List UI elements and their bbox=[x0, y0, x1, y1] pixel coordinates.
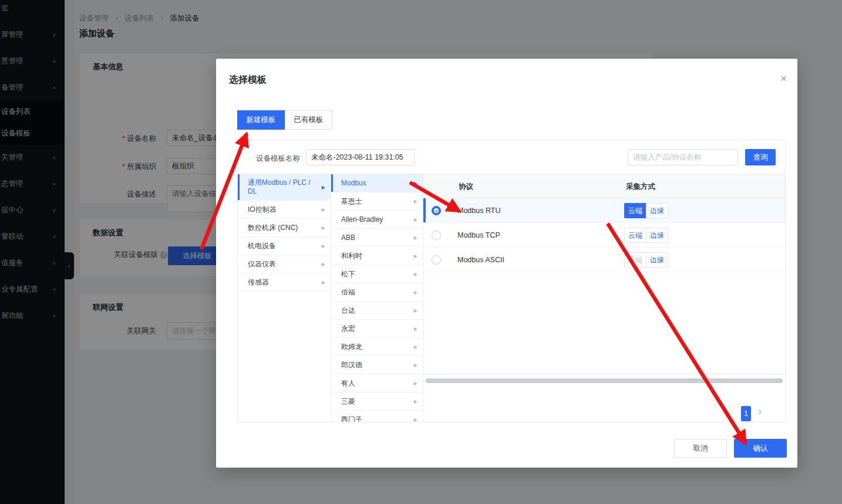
chevron-right-icon bbox=[414, 415, 417, 422]
chevron-right-icon bbox=[322, 278, 325, 287]
chevron-right-icon bbox=[414, 178, 417, 188]
chevron-right-icon bbox=[414, 378, 417, 388]
select-template-modal: 选择模板 × 新建模板 已有模板 设备模板名称 查询 通用Modbus / PL… bbox=[216, 59, 797, 468]
chevron-right-icon bbox=[322, 182, 325, 192]
radio-button[interactable] bbox=[432, 231, 441, 240]
tab-new-template[interactable]: 新建模板 bbox=[237, 110, 285, 130]
protocol-row[interactable]: Modbus RTU 云端 边缘 bbox=[423, 198, 785, 223]
confirm-button[interactable]: 确认 bbox=[734, 439, 787, 458]
brand-label: 欧姆龙 bbox=[341, 343, 362, 351]
protocol-row[interactable]: Modbus ASCII 云端 边缘 bbox=[423, 248, 785, 272]
collect-method-buttons: 云端 边缘 bbox=[624, 228, 668, 243]
brand-item[interactable]: 永宏 bbox=[331, 320, 423, 338]
brand-item[interactable]: ABB bbox=[331, 229, 423, 247]
brand-item[interactable]: 三菱 bbox=[331, 393, 423, 411]
brand-label: 台达 bbox=[341, 306, 355, 315]
protocol-rows: Modbus RTU 云端 边缘 Modbus TCP bbox=[423, 198, 785, 272]
category-item[interactable]: 机电设备 bbox=[238, 237, 331, 255]
horizontal-scrollbar[interactable] bbox=[426, 378, 783, 383]
brand-item[interactable]: 台达 bbox=[331, 302, 423, 320]
screen: 览 屏管理 ∨ 景管理 ∨ 备管理 ∧ bbox=[0, 0, 842, 504]
chevron-right-icon bbox=[414, 397, 417, 406]
pagination-page-1[interactable]: 1 bbox=[741, 406, 751, 421]
brand-item[interactable]: 有人 bbox=[331, 374, 423, 393]
brand-item[interactable]: 西门子 bbox=[331, 411, 423, 422]
protocol-name: Modbus RTU bbox=[457, 207, 500, 215]
cloud-button[interactable]: 云端 bbox=[624, 203, 646, 218]
brand-label: 松下 bbox=[341, 270, 355, 279]
brand-label: Allen-Bradley bbox=[341, 215, 383, 224]
tab-existing-template[interactable]: 已有模板 bbox=[285, 110, 332, 130]
category-label: 机电设备 bbox=[248, 242, 276, 251]
brand-label: 郎汉德 bbox=[341, 361, 362, 370]
close-icon[interactable]: × bbox=[780, 73, 787, 84]
chevron-right-icon bbox=[414, 306, 417, 315]
table-bottom-border bbox=[423, 374, 785, 374]
category-item[interactable]: 通用Modbus / PLC / DL bbox=[238, 174, 331, 201]
template-name-row: 设备模板名称 查询 bbox=[238, 140, 785, 174]
brand-item[interactable]: Allen-Bradley bbox=[331, 211, 423, 229]
cloud-button[interactable]: 云端 bbox=[624, 252, 646, 268]
brand-item[interactable]: 郎汉德 bbox=[331, 356, 423, 374]
cancel-button[interactable]: 取消 bbox=[674, 439, 727, 458]
brand-label: 三菱 bbox=[341, 397, 355, 406]
chevron-right-icon bbox=[322, 241, 325, 251]
chevron-right-icon bbox=[322, 259, 325, 269]
protocol-row[interactable]: Modbus TCP 云端 边缘 bbox=[423, 223, 785, 248]
chevron-right-icon bbox=[322, 205, 325, 214]
category-label: 数控机床 (CNC) bbox=[248, 224, 298, 232]
category-item[interactable]: 仪器仪表 bbox=[238, 255, 331, 273]
chevron-right-icon bbox=[414, 197, 417, 206]
protocol-column-header: 协议 bbox=[459, 182, 473, 192]
cloud-button[interactable]: 云端 bbox=[624, 228, 646, 243]
chevron-right-icon bbox=[414, 251, 417, 261]
category-item[interactable]: IO控制器 bbox=[238, 201, 331, 219]
brand-item[interactable]: 欧姆龙 bbox=[331, 338, 423, 356]
brand-item[interactable]: 倍福 bbox=[331, 283, 423, 302]
brand-label: Modbus bbox=[341, 179, 366, 188]
edge-button[interactable]: 边缘 bbox=[646, 252, 668, 268]
protocol-name: Modbus ASCII bbox=[457, 256, 504, 264]
protocol-name: Modbus TCP bbox=[457, 231, 500, 239]
protocol-panel: 协议 采集方式 Modbus RTU 云端 边缘 bbox=[423, 174, 785, 422]
edge-button[interactable]: 边缘 bbox=[646, 203, 668, 218]
collect-method-buttons: 云端 边缘 bbox=[624, 203, 668, 218]
chevron-right-icon bbox=[414, 269, 417, 279]
template-tabs: 新建模板 已有模板 bbox=[237, 110, 332, 130]
template-name-input[interactable] bbox=[306, 149, 415, 165]
category-column: 通用Modbus / PLC / DL IO控制器 数控机床 (CNC) bbox=[238, 174, 331, 422]
brand-label: 和利时 bbox=[341, 252, 362, 261]
pagination-next-icon[interactable]: › bbox=[758, 405, 762, 418]
chevron-right-icon bbox=[322, 223, 325, 232]
search-input[interactable] bbox=[628, 149, 738, 165]
brand-item[interactable]: 基恩士 bbox=[331, 192, 423, 211]
brand-label: 西门子 bbox=[341, 415, 362, 423]
category-label: 通用Modbus / PLC / DL bbox=[248, 178, 316, 196]
template-name-label: 设备模板名称 bbox=[256, 154, 300, 164]
category-item[interactable]: 传感器 bbox=[238, 273, 331, 292]
category-label: 传感器 bbox=[248, 278, 269, 287]
brand-item[interactable]: 和利时 bbox=[331, 247, 423, 265]
category-item[interactable]: 数控机床 (CNC) bbox=[238, 219, 331, 237]
method-column-header: 采集方式 bbox=[626, 182, 655, 192]
collect-method-buttons: 云端 边缘 bbox=[624, 252, 668, 268]
brand-column: Modbus 基恩士 Allen-Bradley bbox=[331, 174, 423, 422]
chevron-right-icon bbox=[414, 233, 417, 242]
brand-item[interactable]: Modbus bbox=[331, 174, 423, 192]
brand-item[interactable]: 松下 bbox=[331, 265, 423, 283]
radio-button[interactable] bbox=[432, 255, 441, 265]
modal-title: 选择模板 bbox=[229, 74, 267, 86]
chevron-right-icon bbox=[414, 215, 417, 224]
radio-button[interactable] bbox=[432, 206, 441, 215]
chevron-right-icon bbox=[414, 342, 417, 351]
brand-label: 倍福 bbox=[341, 288, 355, 297]
brand-label: ABB bbox=[341, 234, 355, 242]
category-label: 仪器仪表 bbox=[248, 260, 276, 269]
search-button[interactable]: 查询 bbox=[745, 149, 776, 165]
category-label: IO控制器 bbox=[248, 205, 277, 214]
chevron-right-icon bbox=[414, 287, 417, 297]
chevron-right-icon bbox=[414, 324, 417, 333]
brand-label: 基恩士 bbox=[341, 197, 362, 206]
brand-label: 有人 bbox=[341, 379, 355, 388]
edge-button[interactable]: 边缘 bbox=[646, 228, 668, 243]
